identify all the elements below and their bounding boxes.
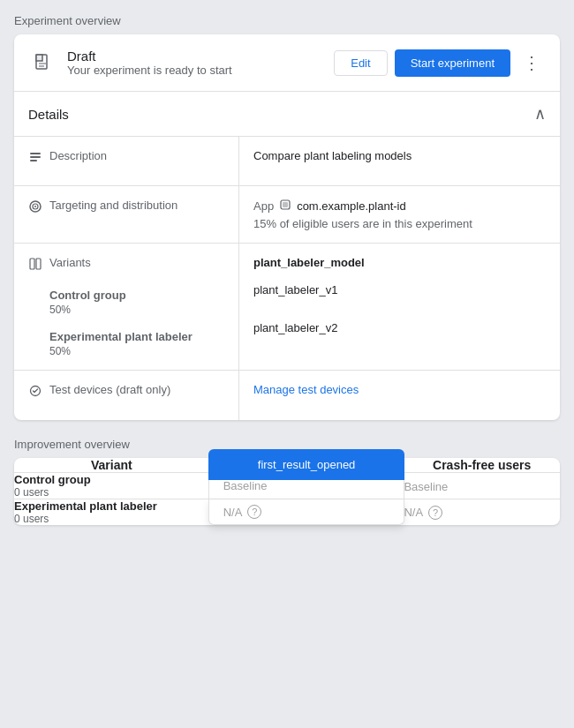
table-header-row: Variant first_result_opened first_result… (14, 458, 560, 473)
targeting-label: Targeting and distribution (14, 186, 239, 243)
improvement-card: Variant first_result_opened first_result… (14, 458, 560, 525)
help-icon-2[interactable]: ? (428, 506, 442, 520)
floating-metric-header: first_result_opened (208, 449, 405, 480)
draft-subtitle: Your experiment is ready to start (67, 64, 323, 77)
targeting-row: Targeting and distribution App com.examp… (14, 186, 560, 244)
th-metric1: first_result_opened first_result_opened (209, 458, 404, 473)
row1-metric2-cell: Baseline (404, 473, 560, 499)
test-devices-icon (28, 384, 42, 402)
svg-rect-11 (283, 202, 288, 207)
targeting-value: App com.example.plant-id 15% of eligible… (239, 186, 560, 243)
variants-label-text: Variants (49, 256, 91, 269)
app-id: com.example.plant-id (297, 199, 406, 213)
manage-test-devices-link[interactable]: Manage test devices (253, 383, 359, 396)
draft-actions: Edit Start experiment ⋮ (334, 49, 546, 77)
th-variant: Variant (14, 458, 209, 473)
table-row: Experimental plant labeler 0 users N/A ? (14, 499, 560, 526)
variant-header-col: plant_labeler_model (253, 256, 546, 269)
app-prefix: App (253, 199, 274, 213)
svg-rect-5 (30, 156, 41, 158)
variants-row: Variants Control group 50% Experimental … (14, 244, 560, 371)
start-experiment-button[interactable]: Start experiment (395, 49, 510, 77)
experiment-card: Draft Your experiment is ready to start … (14, 34, 560, 420)
svg-point-9 (34, 206, 36, 207)
test-devices-row: Test devices (draft only) Manage test de… (14, 371, 560, 420)
svg-rect-6 (30, 160, 37, 161)
experimental-model: plant_labeler_v2 (253, 321, 546, 334)
improvement-table-wrapper: Variant first_result_opened first_result… (14, 458, 560, 525)
description-row: Description Compare plant labeling model… (14, 137, 560, 186)
app-small-icon (279, 199, 291, 214)
help-icon[interactable]: ? (247, 505, 261, 519)
row2-na: N/A ? (223, 505, 262, 519)
svg-rect-13 (36, 259, 41, 269)
description-label-text: Description (49, 149, 107, 162)
experimental-pct: 50% (49, 345, 193, 357)
row1-crash-baseline: Baseline (404, 480, 448, 493)
row1-baseline: Baseline (223, 479, 268, 492)
row2-variant-cell: Experimental plant labeler 0 users (14, 499, 209, 526)
draft-text: Draft Your experiment is ready to start (67, 49, 323, 77)
svg-rect-1 (36, 55, 42, 61)
control-group-pct: 50% (49, 304, 126, 316)
details-header: Details ∧ (14, 92, 560, 137)
svg-rect-12 (30, 259, 34, 269)
draft-icon (28, 49, 57, 77)
test-devices-label: Test devices (draft only) (14, 371, 239, 420)
targeting-label-text: Targeting and distribution (49, 199, 177, 212)
variants-label: Variants Control group 50% Experimental … (14, 244, 239, 370)
draft-status: Draft (67, 49, 323, 64)
row1-name: Control group (14, 473, 209, 486)
row1-users: 0 users (14, 486, 209, 499)
variants-value: plant_labeler_model plant_labeler_v1 pla… (239, 244, 560, 370)
row2-crash-na: N/A ? (404, 506, 560, 520)
row2-metric1-cell: N/A ? N/A (209, 499, 404, 526)
more-options-button[interactable]: ⋮ (517, 49, 546, 77)
improvement-table: Variant first_result_opened first_result… (14, 458, 560, 525)
control-group-name: Control group (49, 289, 126, 302)
description-icon (28, 150, 42, 168)
row2-users: 0 users (14, 513, 209, 525)
variants-icon (28, 257, 42, 274)
description-label: Description (14, 137, 239, 185)
test-devices-label-text: Test devices (draft only) (49, 383, 170, 396)
row2-metric2-cell: N/A ? (404, 499, 560, 526)
control-model: plant_labeler_v1 (253, 283, 546, 296)
targeting-icon (28, 199, 42, 217)
row2-name: Experimental plant labeler (14, 499, 209, 513)
experiment-overview-title: Experiment overview (14, 14, 560, 27)
more-vert-icon: ⋮ (523, 52, 540, 73)
experimental-name: Experimental plant labeler (49, 330, 193, 343)
details-title: Details (28, 107, 69, 122)
svg-rect-4 (30, 153, 41, 154)
edit-button[interactable]: Edit (334, 50, 387, 76)
row2-floating-cell: N/A ? (208, 499, 405, 525)
draft-header: Draft Your experiment is ready to start … (14, 34, 560, 92)
row1-variant-cell: Control group 0 users (14, 473, 209, 499)
th-metric2: Crash-free users (404, 458, 560, 473)
test-devices-value: Manage test devices (239, 371, 560, 420)
description-value: Compare plant labeling models (239, 137, 560, 185)
collapse-icon[interactable]: ∧ (534, 104, 546, 124)
targeting-note: 15% of eligible users are in this experi… (253, 217, 546, 230)
